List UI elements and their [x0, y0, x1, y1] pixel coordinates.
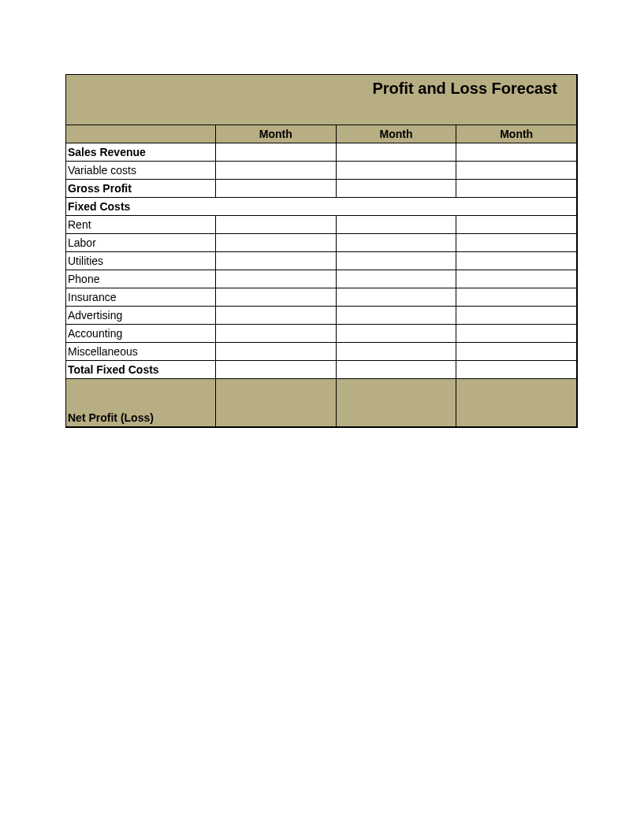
row-advertising: Advertising	[66, 307, 576, 325]
cell-gross-profit-3[interactable]	[456, 180, 576, 197]
cell-insurance-3[interactable]	[456, 288, 576, 306]
header-month-2: Month	[337, 125, 457, 143]
cell-utilities-3[interactable]	[456, 252, 576, 270]
sheet-title: Profit and Loss Forecast	[373, 80, 558, 98]
cell-miscellaneous-2[interactable]	[337, 343, 457, 360]
cell-advertising-1[interactable]	[216, 307, 337, 324]
title-row: Profit and Loss Forecast	[66, 75, 576, 125]
cell-total-fixed-costs-3[interactable]	[456, 361, 576, 378]
label-fixed-costs-header: Fixed Costs	[66, 198, 576, 215]
label-utilities: Utilities	[66, 252, 216, 270]
cell-advertising-2[interactable]	[337, 307, 457, 324]
cell-phone-3[interactable]	[456, 270, 576, 288]
cell-variable-costs-3[interactable]	[456, 162, 576, 179]
row-rent: Rent	[66, 216, 576, 234]
cell-gross-profit-1[interactable]	[216, 180, 337, 197]
row-utilities: Utilities	[66, 252, 576, 270]
header-month-1: Month	[216, 125, 337, 143]
cell-net-profit-loss-3[interactable]	[456, 379, 576, 426]
cell-sales-revenue-2[interactable]	[337, 143, 457, 161]
label-advertising: Advertising	[66, 307, 216, 324]
label-gross-profit: Gross Profit	[66, 180, 216, 197]
cell-advertising-3[interactable]	[456, 307, 576, 324]
label-variable-costs: Variable costs	[66, 162, 216, 179]
row-accounting: Accounting	[66, 325, 576, 343]
cell-miscellaneous-3[interactable]	[456, 343, 576, 360]
row-gross-profit: Gross Profit	[66, 180, 576, 198]
label-phone: Phone	[66, 270, 216, 288]
cell-sales-revenue-1[interactable]	[216, 143, 337, 161]
cell-rent-2[interactable]	[337, 216, 457, 233]
row-phone: Phone	[66, 270, 576, 288]
cell-phone-2[interactable]	[337, 270, 457, 288]
label-labor: Labor	[66, 234, 216, 251]
label-miscellaneous: Miscellaneous	[66, 343, 216, 360]
row-sales-revenue: Sales Revenue	[66, 143, 576, 162]
row-miscellaneous: Miscellaneous	[66, 343, 576, 361]
row-labor: Labor	[66, 234, 576, 252]
cell-sales-revenue-3[interactable]	[456, 143, 576, 161]
cell-accounting-2[interactable]	[337, 325, 457, 342]
row-total-fixed-costs: Total Fixed Costs	[66, 361, 576, 379]
row-net-profit-loss: Net Profit (Loss)	[66, 379, 576, 426]
cell-accounting-3[interactable]	[456, 325, 576, 342]
cell-total-fixed-costs-1[interactable]	[216, 361, 337, 378]
cell-net-profit-loss-2[interactable]	[337, 379, 457, 426]
cell-utilities-1[interactable]	[216, 252, 337, 270]
label-sales-revenue: Sales Revenue	[66, 143, 216, 161]
label-accounting: Accounting	[66, 325, 216, 342]
header-label	[66, 125, 216, 143]
label-net-profit-loss: Net Profit (Loss)	[66, 379, 216, 426]
cell-rent-1[interactable]	[216, 216, 337, 233]
cell-labor-3[interactable]	[456, 234, 576, 251]
label-rent: Rent	[66, 216, 216, 233]
cell-rent-3[interactable]	[456, 216, 576, 233]
cell-net-profit-loss-1[interactable]	[216, 379, 337, 426]
row-fixed-costs-header: Fixed Costs	[66, 198, 576, 216]
cell-insurance-2[interactable]	[337, 288, 457, 306]
column-header-row: Month Month Month	[66, 125, 576, 143]
cell-insurance-1[interactable]	[216, 288, 337, 306]
cell-phone-1[interactable]	[216, 270, 337, 288]
cell-accounting-1[interactable]	[216, 325, 337, 342]
row-variable-costs: Variable costs	[66, 162, 576, 180]
cell-utilities-2[interactable]	[337, 252, 457, 270]
header-month-3: Month	[456, 125, 576, 143]
cell-total-fixed-costs-2[interactable]	[337, 361, 457, 378]
cell-variable-costs-1[interactable]	[216, 162, 337, 179]
cell-labor-1[interactable]	[216, 234, 337, 251]
label-total-fixed-costs: Total Fixed Costs	[66, 361, 216, 378]
cell-gross-profit-2[interactable]	[337, 180, 457, 197]
profit-loss-table: Profit and Loss Forecast Month Month Mon…	[65, 74, 578, 428]
label-insurance: Insurance	[66, 288, 216, 306]
cell-variable-costs-2[interactable]	[337, 162, 457, 179]
row-insurance: Insurance	[66, 288, 576, 307]
cell-miscellaneous-1[interactable]	[216, 343, 337, 360]
cell-labor-2[interactable]	[337, 234, 457, 251]
